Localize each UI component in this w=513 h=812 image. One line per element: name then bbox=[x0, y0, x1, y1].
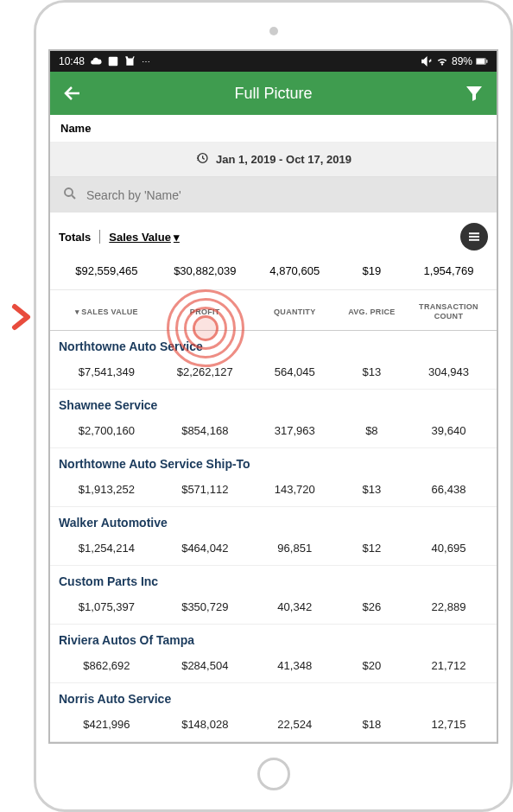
cell-transaction-count: 66,438 bbox=[406, 483, 491, 496]
data-rows: Northtowne Auto Service$7,541,349$2,262,… bbox=[50, 331, 497, 744]
cell-avg-price: $13 bbox=[338, 365, 406, 378]
cell-profit: $350,729 bbox=[158, 600, 252, 613]
wifi-icon bbox=[436, 55, 448, 67]
history-icon bbox=[195, 151, 209, 168]
cell-avg-price: $12 bbox=[338, 542, 406, 555]
cell-transaction-count: 39,640 bbox=[406, 424, 491, 437]
home-button[interactable] bbox=[257, 758, 290, 790]
screen: 10:48 ⋯ 89% bbox=[48, 49, 498, 744]
row-values: $421,996$148,02822,524$1812,715 bbox=[50, 709, 497, 741]
cell-transaction-count: 40,695 bbox=[406, 542, 491, 555]
cell-avg-price: $13 bbox=[338, 483, 406, 496]
cell-profit: $464,042 bbox=[158, 542, 252, 555]
date-range-text: Jan 1, 2019 - Oct 17, 2019 bbox=[216, 153, 352, 166]
cell-quantity: 564,045 bbox=[252, 365, 338, 378]
page-title: Full Picture bbox=[83, 85, 464, 103]
totals-header: Totals Sales Value ▾ bbox=[50, 213, 497, 254]
svg-rect-0 bbox=[109, 57, 118, 67]
cell-quantity: 96,851 bbox=[252, 542, 338, 555]
sort-down-icon: ▾ bbox=[75, 308, 79, 316]
cell-transaction-count: 12,715 bbox=[406, 718, 491, 731]
cell-sales-value: $2,700,160 bbox=[55, 424, 158, 437]
row-name[interactable]: Northtowne Auto Service bbox=[50, 331, 497, 357]
search-input[interactable] bbox=[86, 188, 484, 202]
cell-profit: $571,112 bbox=[158, 483, 252, 496]
col-sales-value[interactable]: ▾ SALES VALUE bbox=[55, 302, 158, 321]
totals-quantity: 4,870,605 bbox=[252, 264, 338, 277]
col-txn-count[interactable]: TRANSACTION COUNT bbox=[406, 302, 491, 321]
cell-profit: $854,168 bbox=[158, 424, 252, 437]
row-values: $1,254,214$464,04296,851$1240,695 bbox=[50, 533, 497, 565]
row-name[interactable]: Livermore & Klein Pa bbox=[50, 741, 497, 744]
cell-avg-price: $18 bbox=[338, 718, 406, 731]
totals-sort-dropdown[interactable]: Sales Value ▾ bbox=[109, 231, 180, 244]
svg-rect-3 bbox=[486, 60, 487, 63]
cell-sales-value: $1,913,252 bbox=[55, 483, 158, 496]
column-headers: ▾ SALES VALUE PROFIT QUANTITY AVG. PRICE… bbox=[50, 290, 497, 331]
cell-avg-price: $20 bbox=[338, 659, 406, 672]
svg-rect-2 bbox=[477, 59, 485, 64]
cell-avg-price: $8 bbox=[338, 424, 406, 437]
cell-sales-value: $1,075,397 bbox=[55, 600, 158, 613]
totals-sort-label: Sales Value bbox=[109, 231, 171, 244]
cell-transaction-count: 21,712 bbox=[406, 659, 491, 672]
row-values: $2,700,160$854,168317,963$839,640 bbox=[50, 416, 497, 447]
cell-quantity: 40,342 bbox=[252, 600, 338, 613]
cell-sales-value: $1,254,214 bbox=[55, 542, 158, 555]
tablet-frame: 10:48 ⋯ 89% bbox=[34, 0, 513, 812]
cell-sales-value: $421,996 bbox=[55, 718, 158, 731]
totals-label: Totals bbox=[59, 231, 91, 244]
shopping-icon bbox=[124, 55, 136, 67]
filter-button[interactable] bbox=[464, 83, 484, 104]
row-name[interactable]: Riviera Autos Of Tampa bbox=[50, 624, 497, 650]
date-range-bar[interactable]: Jan 1, 2019 - Oct 17, 2019 bbox=[50, 143, 497, 177]
battery-icon bbox=[476, 55, 488, 67]
totals-profit: $30,882,039 bbox=[158, 264, 252, 277]
status-time: 10:48 bbox=[59, 55, 85, 67]
totals-txn-count: 1,954,769 bbox=[406, 264, 491, 277]
row-values: $7,541,349$2,262,127564,045$13304,943 bbox=[50, 357, 497, 389]
back-button[interactable] bbox=[62, 83, 83, 104]
image-icon bbox=[107, 55, 119, 67]
row-name[interactable]: Walker Automotive bbox=[50, 506, 497, 533]
cloud-icon bbox=[90, 55, 102, 67]
row-name[interactable]: Custom Parts Inc bbox=[50, 565, 497, 592]
name-label: Name bbox=[50, 115, 497, 143]
row-name[interactable]: Shawnee Service bbox=[50, 389, 497, 416]
search-icon bbox=[62, 186, 78, 204]
red-arrow-icon bbox=[4, 301, 35, 333]
col-avg-price[interactable]: AVG. PRICE bbox=[338, 302, 406, 321]
cell-sales-value: $7,541,349 bbox=[55, 365, 158, 378]
search-bar[interactable] bbox=[50, 177, 497, 213]
cell-sales-value: $862,692 bbox=[55, 659, 158, 672]
totals-sales-value: $92,559,465 bbox=[55, 264, 158, 277]
row-values: $1,075,397$350,72940,342$2622,889 bbox=[50, 592, 497, 624]
cell-profit: $284,504 bbox=[158, 659, 252, 672]
col-quantity[interactable]: QUANTITY bbox=[252, 302, 338, 321]
cell-quantity: 41,348 bbox=[252, 659, 338, 672]
cell-quantity: 22,524 bbox=[252, 718, 338, 731]
more-dots: ⋯ bbox=[142, 57, 150, 67]
camera-dot bbox=[269, 27, 278, 35]
cell-avg-price: $26 bbox=[338, 600, 406, 613]
row-name[interactable]: Northtowne Auto Service Ship-To bbox=[50, 447, 497, 474]
totals-avg-price: $19 bbox=[338, 264, 406, 277]
cell-quantity: 317,963 bbox=[252, 424, 338, 437]
row-values: $1,913,252$571,112143,720$1366,438 bbox=[50, 474, 497, 506]
chevron-down-icon: ▾ bbox=[174, 231, 180, 244]
col-profit[interactable]: PROFIT bbox=[158, 302, 252, 321]
menu-button[interactable] bbox=[460, 223, 488, 251]
status-bar: 10:48 ⋯ 89% bbox=[50, 51, 497, 72]
mute-icon bbox=[421, 55, 433, 67]
cell-transaction-count: 22,889 bbox=[406, 600, 491, 613]
row-values: $862,692$284,50441,348$2021,712 bbox=[50, 650, 497, 682]
battery-percent: 89% bbox=[452, 55, 472, 67]
cell-profit: $2,262,127 bbox=[158, 365, 252, 378]
cell-quantity: 143,720 bbox=[252, 483, 338, 496]
app-header: Full Picture bbox=[50, 72, 497, 115]
totals-row: $92,559,465 $30,882,039 4,870,605 $19 1,… bbox=[50, 254, 497, 290]
svg-point-5 bbox=[65, 188, 73, 196]
cell-transaction-count: 304,943 bbox=[406, 365, 491, 378]
cell-profit: $148,028 bbox=[158, 718, 252, 731]
row-name[interactable]: Norris Auto Service bbox=[50, 682, 497, 709]
